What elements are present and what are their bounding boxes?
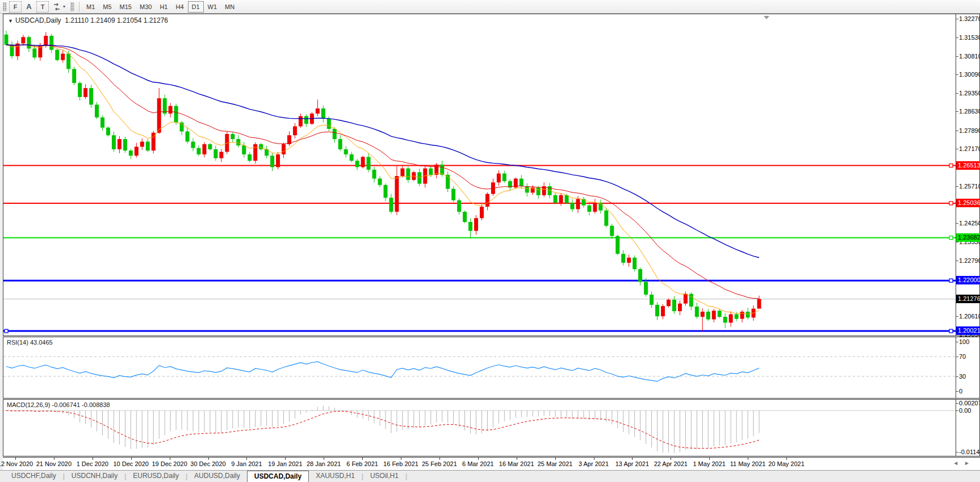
macd-label: MACD(12,26,9) -0.006741 -0.008838 [7, 401, 110, 408]
hline-price-label: 1.25036 [956, 199, 980, 207]
macd-chart[interactable]: MACD(12,26,9) -0.006741 -0.008838 [3, 400, 956, 456]
hline-price-label: 1.23682 [956, 233, 980, 242]
tf-button-m5[interactable]: M5 [99, 1, 115, 12]
chart-quotes: 1.21110 1.21409 1.21054 1.21276 [65, 16, 168, 24]
rsi-tick-mark [956, 342, 958, 342]
scroll-right-icon[interactable]: ► [964, 460, 975, 466]
date-tick-mark [93, 458, 93, 460]
tf-button-m15[interactable]: M15 [116, 1, 136, 12]
mid-ma [6, 45, 759, 299]
rsi-tick-mark [956, 376, 958, 377]
mt4-app-window: F A T ▾ M1M5M15M30H1H4D1W1MN ▼USDCAD,Dai… [0, 0, 980, 482]
price-tick-label: 1.31530 [959, 33, 980, 41]
tab-xauusd-h1[interactable]: XAUUSD,H1 [309, 471, 362, 482]
rsi-tick-mark [956, 357, 958, 357]
date-tick-mark [15, 458, 16, 460]
macd-axis[interactable]: 0.0020740.00-0.011462 [956, 400, 979, 456]
price-tick-mark [956, 56, 958, 57]
tab-eurusd-daily[interactable]: EURUSD,Daily [126, 471, 186, 482]
tf-button-h4[interactable]: H4 [171, 1, 187, 12]
chart-shift-icon[interactable]: F [9, 1, 22, 12]
collapse-icon[interactable]: ▼ [8, 18, 13, 24]
current-price-label: 1.21276 [956, 295, 980, 303]
tab-usdcad-daily[interactable]: USDCAD,Daily [247, 471, 309, 482]
tf-button-mn[interactable]: MN [221, 1, 238, 12]
price-tick-label: 1.22790 [959, 257, 980, 265]
price-tick-label: 1.32270 [959, 15, 980, 23]
chart-window: ▼USDCAD,Daily 1.21110 1.21409 1.21054 1.… [3, 14, 980, 482]
price-tick-mark [956, 37, 958, 38]
toolbar-grip-2[interactable] [70, 2, 74, 11]
tab-usoil-h1[interactable]: USOil,H1 [363, 471, 405, 482]
date-tick-mark [54, 458, 55, 460]
date-tick-mark [439, 458, 440, 460]
tf-button-w1[interactable]: W1 [204, 1, 221, 12]
price-tick-label: 1.27890 [959, 127, 980, 135]
rsi-tick-mark [956, 391, 958, 392]
price-tick-mark [956, 111, 958, 112]
date-axis[interactable]: ◄► 12 Nov 202021 Nov 20201 Dec 202010 De… [3, 457, 980, 470]
price-axis[interactable]: 1.322701.315301.308101.300901.293501.286… [956, 14, 979, 336]
date-tick-mark [748, 458, 748, 460]
toolbar-grip[interactable] [3, 2, 7, 11]
scroll-left-icon[interactable]: ◄ [953, 460, 964, 466]
price-tick-mark [956, 223, 958, 224]
hline-price-label: 1.22000 [956, 276, 980, 284]
price-tick-mark [956, 131, 958, 131]
tab-usdcnh-daily[interactable]: USDCNH,Daily [65, 471, 124, 482]
top-toolbar: F A T ▾ M1M5M15M30H1H4D1W1MN [0, 0, 980, 14]
price-tick-label: 1.27170 [959, 145, 980, 153]
price-tick-mark [956, 74, 958, 75]
chart-symbol: USDCAD,Daily [15, 16, 61, 24]
tab-audusd-daily[interactable]: AUDUSD,Daily [187, 471, 247, 482]
date-tick-mark [786, 458, 787, 460]
candlestick-svg [3, 14, 956, 336]
price-tick-label: 1.30810 [959, 52, 980, 60]
hline-price-label: 1.20021 [956, 326, 980, 335]
date-tick-mark [594, 458, 594, 460]
tab-usdchf-daily[interactable]: USDCHF,Daily [5, 471, 63, 482]
price-tick-label: 1.24250 [959, 219, 980, 227]
macd-svg [3, 400, 956, 456]
rsi-axis[interactable]: 10070300 [956, 337, 979, 398]
date-tick-mark [401, 458, 401, 460]
symbol-tabs-bar: USDCHF,Daily|USDCNH,Daily|EURUSD,Daily|A… [0, 470, 980, 482]
date-tick-mark [478, 458, 479, 460]
tf-button-m1[interactable]: M1 [82, 1, 99, 12]
rsi-tick-label: 0 [959, 387, 962, 395]
shift-marker-icon[interactable] [764, 16, 769, 19]
price-tick-label: 1.28630 [959, 107, 980, 115]
tf-button-d1[interactable]: D1 [188, 1, 204, 12]
price-tick-mark [956, 149, 958, 149]
date-tick-mark [285, 458, 286, 460]
price-tick-label: 1.29350 [959, 89, 980, 97]
price-tick-mark [956, 19, 958, 19]
macd-tick-label: 0.002074 [959, 399, 980, 407]
date-tick-mark [555, 458, 556, 460]
date-tick-mark [170, 458, 170, 460]
tf-button-m30[interactable]: M30 [136, 1, 156, 12]
date-tick-mark [324, 458, 324, 460]
macd-tick-mark [956, 410, 958, 411]
chart-title: ▼USDCAD,Daily 1.21110 1.21409 1.21054 1.… [8, 16, 168, 24]
tab-separator: | [405, 471, 407, 482]
date-tick-mark [632, 458, 633, 460]
price-tick-label: 1.25710 [959, 182, 980, 190]
price-tick-mark [956, 261, 958, 261]
price-tick-mark [956, 93, 958, 94]
toolbar-separator [79, 2, 79, 12]
timeframe-buttons: M1M5M15M30H1H4D1W1MN [82, 1, 238, 12]
fast-ma [6, 44, 759, 314]
date-tick-mark [709, 458, 710, 460]
date-tick-mark [208, 458, 209, 460]
arrows-glyph [53, 3, 62, 11]
drawing-tools-icon[interactable]: ▾ [50, 1, 68, 12]
tf-button-h1[interactable]: H1 [156, 1, 171, 12]
font-tool-icon[interactable]: A [23, 1, 35, 12]
rsi-label: RSI(14) 43.0465 [7, 339, 53, 346]
horizontal-scroll-arrows[interactable]: ◄► [953, 460, 975, 466]
price-chart[interactable]: ▼USDCAD,Daily 1.21110 1.21409 1.21054 1.… [3, 14, 956, 336]
rsi-chart[interactable]: RSI(14) 43.0465 [3, 337, 956, 398]
text-tool-icon[interactable]: T [36, 1, 49, 12]
macd-tick-mark [956, 403, 958, 404]
